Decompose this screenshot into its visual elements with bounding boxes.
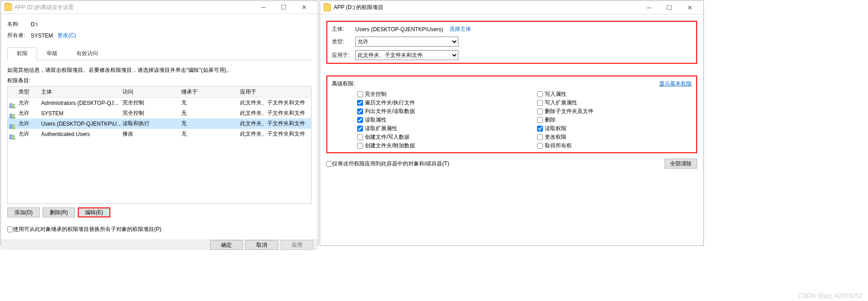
permission-checkbox[interactable]: 完全控制 xyxy=(357,90,512,98)
maximize-button[interactable]: ☐ xyxy=(659,1,679,14)
perm-box[interactable] xyxy=(357,91,363,97)
cell-apply: 此文件夹、子文件夹和文件 xyxy=(240,109,309,117)
maximize-button[interactable]: ☐ xyxy=(274,1,294,14)
perm-box[interactable] xyxy=(357,108,363,114)
list-header: 类型 主体 访问 继承于 应用于 xyxy=(8,87,311,98)
add-button[interactable]: 添加(D) xyxy=(7,207,40,217)
advanced-permissions-label: 高级权限: xyxy=(332,80,355,88)
perm-box[interactable] xyxy=(537,91,543,97)
col-access: 访问 xyxy=(123,88,181,96)
tabs: 权限 审核 有效访问 xyxy=(7,47,311,60)
perm-col-left: 完全控制遍历文件夹/执行文件列出文件夹/读取数据读取属性读取扩展属性创建文件/写… xyxy=(332,90,512,150)
cell-principal: SYSTEM xyxy=(41,110,123,117)
tab-effective-access[interactable]: 有效访问 xyxy=(67,47,108,60)
titlebar-right: APP (D:) 的权限项目 ─ ☐ ✕ xyxy=(320,1,703,14)
perm-label: 列出文件夹/读取数据 xyxy=(365,108,415,115)
cell-principal: Authenticated Users xyxy=(41,131,123,137)
perm-label: 删除子文件夹及文件 xyxy=(545,108,594,115)
perm-label: 写入属性 xyxy=(545,90,566,98)
only-apply-box[interactable] xyxy=(326,161,332,167)
perm-col-right: 写入属性写入扩展属性删除子文件夹及文件删除读取权限更改权限取得所有权 xyxy=(512,90,692,150)
only-apply-checkbox[interactable]: 仅将这些权限应用到此容器中的对象和/或容器(T) xyxy=(326,160,449,168)
cancel-button[interactable]: 取消 xyxy=(245,240,278,250)
name-value: D:\ xyxy=(31,21,38,28)
perm-box[interactable] xyxy=(357,100,363,106)
remove-button[interactable]: 删除(R) xyxy=(42,207,75,217)
cell-type: 允许 xyxy=(19,99,41,107)
titlebar-left: APP (D:)的高级安全设置 ─ ☐ ✕ xyxy=(1,1,318,14)
permission-checkbox[interactable]: 更改权限 xyxy=(537,133,692,141)
perm-label: 更改权限 xyxy=(545,133,566,141)
change-owner-link[interactable]: 更改(C) xyxy=(57,32,76,39)
permission-checkbox[interactable]: 遍历文件夹/执行文件 xyxy=(357,99,512,107)
perm-box[interactable] xyxy=(537,126,543,132)
perm-box[interactable] xyxy=(357,143,363,149)
table-row[interactable]: 允许Users (DESKTOP-QJENTKP\Users)读取和执行无此文件… xyxy=(8,118,311,129)
replace-inherit-checkbox[interactable]: 使用可从此对象继承的权限项目替换所有子对象的权限项目(P) xyxy=(7,226,311,233)
cell-inherit: 无 xyxy=(181,109,240,117)
permission-checkbox[interactable]: 删除 xyxy=(537,116,692,124)
permission-checkbox[interactable]: 创建文件/写入数据 xyxy=(357,133,512,141)
table-row[interactable]: 允许Administrators (DESKTOP-QJEN...完全控制无此文… xyxy=(8,98,311,108)
name-label: 名称: xyxy=(7,20,31,28)
hint-text: 如需其他信息，请双击权限项目。若要修改权限项目，请选择该项目并单击"编辑"(如果… xyxy=(7,66,311,74)
principal-value: Users (DESKTOP-QJENTKP\Users) xyxy=(355,26,443,33)
permissions-list[interactable]: 类型 主体 访问 继承于 应用于 允许Administrators (DESKT… xyxy=(7,86,311,204)
permission-checkbox[interactable]: 写入属性 xyxy=(537,90,692,98)
minimize-button[interactable]: ─ xyxy=(253,1,274,14)
tab-auditing[interactable]: 审核 xyxy=(37,47,67,60)
close-button[interactable]: ✕ xyxy=(679,1,700,14)
replace-inherit-label: 使用可从此对象继承的权限项目替换所有子对象的权限项目(P) xyxy=(13,226,161,233)
replace-inherit-box[interactable] xyxy=(7,226,13,232)
watermark: CSDN @qq_42059252 xyxy=(798,292,863,299)
permission-checkbox[interactable]: 写入扩展属性 xyxy=(537,99,692,107)
cell-inherit: 无 xyxy=(181,120,240,127)
perm-box[interactable] xyxy=(537,108,543,114)
permissions-section-highlight: 高级权限: 显示基本权限 完全控制遍历文件夹/执行文件列出文件夹/读取数据读取属… xyxy=(326,75,697,153)
edit-button[interactable]: 编辑(E) xyxy=(78,207,110,217)
owner-value: SYSTEM xyxy=(31,33,53,39)
tab-permissions[interactable]: 权限 xyxy=(7,47,37,60)
select-principal-link[interactable]: 选择主体 xyxy=(449,25,471,33)
perm-box[interactable] xyxy=(357,117,363,123)
permission-checkbox[interactable]: 创建文件夹/附加数据 xyxy=(357,142,512,150)
permission-checkbox[interactable]: 列出文件夹/读取数据 xyxy=(357,108,512,115)
cell-access: 完全控制 xyxy=(123,99,181,107)
perm-label: 删除 xyxy=(545,116,556,124)
permission-checkbox[interactable]: 删除子文件夹及文件 xyxy=(537,108,692,115)
col-inherit: 继承于 xyxy=(181,88,240,96)
owner-label: 所有者: xyxy=(7,32,31,39)
perm-box[interactable] xyxy=(537,100,543,106)
permission-checkbox[interactable]: 读取扩展属性 xyxy=(357,125,512,132)
perm-box[interactable] xyxy=(357,126,363,132)
perm-box[interactable] xyxy=(537,134,543,140)
perm-box[interactable] xyxy=(537,117,543,123)
cell-type: 允许 xyxy=(19,130,41,138)
col-type: 类型 xyxy=(19,88,41,96)
permission-checkbox[interactable]: 读取属性 xyxy=(357,116,512,124)
table-row[interactable]: 允许Authenticated Users修改无此文件夹、子文件夹和文件 xyxy=(8,129,311,139)
perm-label: 取得所有权 xyxy=(545,142,572,150)
permission-checkbox[interactable]: 读取权限 xyxy=(537,125,692,132)
applies-to-dropdown[interactable]: 此文件夹、子文件夹和文件 xyxy=(355,50,458,60)
apply-button[interactable]: 应用 xyxy=(281,240,313,250)
close-button[interactable]: ✕ xyxy=(294,1,314,14)
cell-apply: 此文件夹、子文件夹和文件 xyxy=(240,120,309,127)
show-basic-link[interactable]: 显示基本权限 xyxy=(659,80,692,88)
table-row[interactable]: 允许SYSTEM完全控制无此文件夹、子文件夹和文件 xyxy=(8,108,311,118)
clear-all-button[interactable]: 全部清除 xyxy=(665,159,697,169)
cell-access: 完全控制 xyxy=(123,109,181,117)
cell-type: 允许 xyxy=(19,109,41,117)
perm-label: 读取扩展属性 xyxy=(365,125,397,132)
type-dropdown[interactable]: 允许 xyxy=(355,37,458,47)
minimize-button[interactable]: ─ xyxy=(639,1,659,14)
perm-box[interactable] xyxy=(537,143,543,149)
perm-box[interactable] xyxy=(357,134,363,140)
permission-checkbox[interactable]: 取得所有权 xyxy=(537,142,692,150)
cell-access: 读取和执行 xyxy=(123,120,181,127)
cell-access: 修改 xyxy=(123,130,181,138)
window-title-right: APP (D:) 的权限项目 xyxy=(334,4,639,11)
ok-button[interactable]: 确定 xyxy=(210,240,243,250)
col-apply: 应用于 xyxy=(240,88,309,96)
cell-inherit: 无 xyxy=(181,130,240,138)
